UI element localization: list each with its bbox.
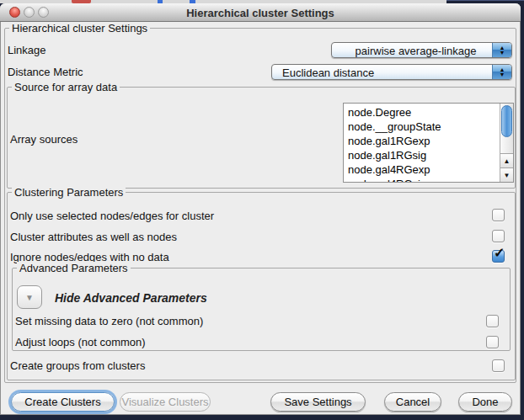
array-sources-items: node.Degreenode.__groupStatenode.gal1RGe… <box>344 105 500 183</box>
list-item[interactable]: node.gal1RGexp <box>344 134 500 148</box>
distance-metric-label: Distance Metric <box>8 66 83 78</box>
hide-advanced-label: Hide Advanced Parameters <box>55 291 207 305</box>
check-icon: ✓ <box>494 245 505 261</box>
combo-arrows-icon: ▲▼ <box>492 43 511 57</box>
list-item[interactable]: node.gal1RGsig <box>344 148 500 162</box>
combo-arrows-icon: ▲▼ <box>492 65 511 79</box>
window-titlebar[interactable]: Hierarchical cluster Settings <box>0 3 521 22</box>
list-item[interactable]: node.__groupState <box>344 120 500 134</box>
scroll-up-button[interactable]: ▲ <box>500 153 513 167</box>
ignore-no-data-checkbox[interactable]: ✓ <box>492 250 505 263</box>
distance-metric-select[interactable]: Euclidean distance ▲▼ <box>271 64 512 80</box>
cluster-attributes-label: Cluster attributes as well as nodes <box>10 231 177 243</box>
linkage-selected-value: pairwise average-linkage <box>340 45 491 57</box>
down-triangle-icon: ▼ <box>25 293 34 302</box>
distance-metric-selected-value: Euclidean distance <box>282 66 374 79</box>
save-settings-button[interactable]: Save Settings <box>270 392 366 412</box>
list-item[interactable]: node.Degree <box>344 105 500 120</box>
array-sources-listbox[interactable]: node.Degreenode.__groupStatenode.gal1RGe… <box>343 103 514 183</box>
create-groups-checkbox[interactable]: ✓ <box>492 359 505 372</box>
done-button[interactable]: Done <box>458 392 512 412</box>
create-clusters-button[interactable]: Create Clusters <box>11 392 115 412</box>
array-sources-label: Array sources <box>10 133 78 146</box>
hide-advanced-toggle-button[interactable]: ▼ <box>17 285 42 309</box>
adjust-loops-checkbox[interactable]: ✓ <box>486 336 499 348</box>
listbox-scrollbar[interactable]: ▲ ▼ <box>500 104 513 182</box>
linkage-select[interactable]: pairwise average-linkage ▲▼ <box>331 42 512 58</box>
scroll-down-button[interactable]: ▼ <box>500 167 513 182</box>
clustering-parameters-group-title: Clustering Parameters <box>12 186 126 199</box>
linkage-label: Linkage <box>8 44 46 56</box>
array-source-group-title: Source for array data <box>12 81 120 93</box>
adjust-loops-label: Adjust loops (not common) <box>15 336 146 348</box>
only-selected-checkbox[interactable]: ✓ <box>492 209 505 221</box>
create-groups-label: Create groups from clusters <box>10 359 145 372</box>
list-item[interactable]: node.gal4RGsig <box>344 177 500 183</box>
list-item[interactable]: node.gal4RGexp <box>344 162 500 177</box>
cancel-button[interactable]: Cancel <box>384 392 441 412</box>
cluster-attributes-checkbox[interactable]: ✓ <box>492 230 505 242</box>
screen: Hierarchical cluster Settings Hierarchic… <box>0 0 524 420</box>
missing-data-zero-checkbox[interactable]: ✓ <box>486 315 499 327</box>
scrollbar-thumb[interactable] <box>501 105 512 137</box>
only-selected-label: Only use selected nodes/edges for cluste… <box>10 210 214 222</box>
window-title: Hierarchical cluster Settings <box>0 7 521 19</box>
missing-data-zero-label: Set missing data to zero (not common) <box>15 315 203 327</box>
main-settings-group-title: Hierarchical cluster Settings <box>9 22 150 35</box>
background-highlight-line <box>446 0 524 1</box>
advanced-parameters-group-title: Advanced Parameters <box>17 262 131 274</box>
visualize-clusters-button[interactable]: Visualize Clusters <box>120 392 211 412</box>
